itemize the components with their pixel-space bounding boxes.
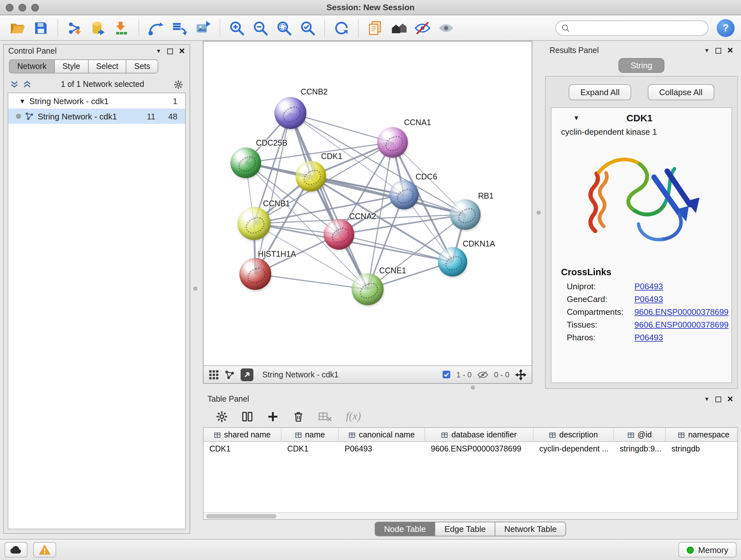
show-all-button[interactable] bbox=[435, 17, 457, 39]
tree-expand-icon[interactable]: ▼ bbox=[19, 98, 25, 105]
panel-collapse-icon[interactable]: ▼ bbox=[704, 48, 710, 53]
table-settings-gear-icon[interactable] bbox=[216, 410, 228, 422]
network-node-RB1[interactable] bbox=[450, 199, 481, 230]
close-window-button[interactable] bbox=[6, 4, 13, 11]
search-input[interactable] bbox=[573, 23, 703, 32]
network-node-CDKN1A[interactable] bbox=[438, 247, 467, 276]
scrollbar-thumb[interactable] bbox=[206, 514, 276, 518]
selected-checkbox-icon[interactable] bbox=[442, 370, 451, 379]
zoom-out-button[interactable] bbox=[250, 17, 271, 39]
table-cell[interactable]: stringdb bbox=[666, 444, 737, 453]
crosslink-value-link[interactable]: 9606.ENSP00000378699 bbox=[634, 320, 729, 329]
import-table-button[interactable] bbox=[111, 17, 133, 39]
add-column-icon[interactable] bbox=[267, 410, 279, 422]
column-header[interactable]: @id bbox=[614, 428, 666, 442]
minimize-window-button[interactable] bbox=[18, 4, 26, 11]
network-node-CCNE1[interactable] bbox=[352, 273, 384, 305]
help-button[interactable]: ? bbox=[717, 19, 735, 37]
zoom-fit-button[interactable] bbox=[273, 17, 295, 39]
network-node-CDK1[interactable] bbox=[295, 161, 326, 192]
network-node-CDC25B[interactable] bbox=[230, 147, 261, 178]
fit-content-icon[interactable] bbox=[515, 369, 527, 380]
panel-float-icon[interactable] bbox=[716, 48, 721, 53]
network-overview-icon[interactable] bbox=[225, 369, 235, 380]
cloud-status-button[interactable] bbox=[4, 542, 27, 557]
import-network-database-button[interactable] bbox=[87, 17, 109, 39]
crosslink-value-link[interactable]: P06493 bbox=[634, 332, 663, 342]
column-header[interactable]: canonical name bbox=[339, 428, 425, 442]
network-row[interactable]: String Network - cdk1 11 48 bbox=[8, 109, 185, 124]
column-header[interactable]: database identifier bbox=[425, 428, 534, 442]
import-network-file-button[interactable] bbox=[64, 17, 85, 39]
grid-view-icon[interactable] bbox=[209, 369, 219, 380]
tab-style[interactable]: Style bbox=[54, 59, 89, 73]
tab-sets[interactable]: Sets bbox=[126, 59, 158, 73]
zoom-out-icon bbox=[252, 19, 269, 36]
column-header[interactable]: namespace bbox=[666, 428, 737, 442]
crosslink-value-link[interactable]: P06493 bbox=[634, 294, 663, 304]
table-horizontal-scrollbar[interactable] bbox=[204, 512, 737, 519]
network-node-HIST1H1A[interactable] bbox=[239, 258, 271, 290]
column-header[interactable]: shared name bbox=[204, 428, 281, 442]
tab-edge-table[interactable]: Edge Table bbox=[435, 522, 495, 537]
network-collection-row[interactable]: ▼ String Network - cdk1 1 bbox=[8, 93, 185, 109]
collapse-all-icon[interactable] bbox=[10, 80, 18, 88]
show-columns-icon[interactable] bbox=[241, 410, 253, 422]
panel-close-icon[interactable]: ✕ bbox=[727, 395, 733, 403]
table-cell[interactable]: CDK1 bbox=[204, 444, 281, 453]
network-title: String Network - cdk1 bbox=[262, 370, 339, 379]
tab-string[interactable]: String bbox=[618, 58, 664, 73]
save-session-button[interactable] bbox=[30, 17, 52, 39]
crosslink-value-link[interactable]: P06493 bbox=[634, 281, 663, 291]
export-image-button[interactable] bbox=[192, 17, 214, 39]
panel-collapse-icon[interactable]: ▼ bbox=[704, 396, 710, 402]
apply-layout-button[interactable] bbox=[331, 17, 352, 39]
network-node-CDC6[interactable] bbox=[389, 180, 419, 209]
control-panel-splitter-handle[interactable] bbox=[193, 287, 197, 291]
tab-select[interactable]: Select bbox=[88, 59, 127, 73]
copy-document-button[interactable] bbox=[364, 17, 386, 39]
expand-all-icon[interactable] bbox=[23, 80, 31, 88]
vertical-splitter-handle[interactable] bbox=[537, 211, 541, 214]
panel-collapse-icon[interactable]: ▼ bbox=[156, 48, 161, 54]
maximize-window-button[interactable] bbox=[31, 4, 39, 11]
zoom-selected-button[interactable] bbox=[297, 17, 319, 39]
network-from-table-button[interactable] bbox=[169, 17, 190, 39]
table-cell[interactable]: cyclin-dependent ... bbox=[534, 444, 614, 453]
warnings-button[interactable] bbox=[33, 542, 56, 557]
tab-node-table[interactable]: Node Table bbox=[374, 522, 435, 537]
panel-float-icon[interactable] bbox=[167, 48, 173, 54]
network-node-CCNB1[interactable] bbox=[238, 207, 271, 240]
show-navigator-button[interactable] bbox=[388, 17, 410, 39]
panel-float-icon[interactable] bbox=[716, 396, 721, 402]
network-canvas[interactable]: CCNB2CCNA1CDC25BCDK1CDC6RB1CCNB1CCNA2CDK… bbox=[204, 42, 532, 365]
memory-button[interactable]: Memory bbox=[678, 542, 737, 557]
tab-network-table[interactable]: Network Table bbox=[495, 522, 566, 537]
network-node-CCNA2[interactable] bbox=[324, 219, 354, 250]
network-node-CCNB2[interactable] bbox=[274, 97, 307, 129]
panel-close-icon[interactable]: ✕ bbox=[179, 47, 185, 55]
table-cell[interactable]: CDK1 bbox=[281, 444, 339, 453]
gear-icon[interactable] bbox=[174, 79, 183, 89]
hide-selected-button[interactable] bbox=[412, 17, 433, 39]
table-cell[interactable]: stringdb:9... bbox=[614, 444, 666, 453]
column-header[interactable]: description bbox=[534, 428, 614, 442]
collapse-all-button[interactable]: Collapse All bbox=[648, 84, 714, 100]
network-node-CCNA1[interactable] bbox=[377, 127, 408, 158]
expand-all-button[interactable]: Expand All bbox=[569, 84, 631, 100]
table-cell[interactable]: 9606.ENSP00000378699 bbox=[425, 444, 534, 453]
clone-network-button[interactable] bbox=[145, 17, 166, 39]
gene-card-header[interactable]: ▼ CDK1 bbox=[551, 108, 731, 125]
tab-network[interactable]: Network bbox=[9, 59, 55, 73]
horizontal-splitter-handle[interactable] bbox=[471, 386, 475, 389]
crosslink-value-link[interactable]: 9606.ENSP00000378699 bbox=[634, 307, 729, 316]
gene-collapse-icon[interactable]: ▼ bbox=[573, 114, 580, 121]
panel-close-icon[interactable]: ✕ bbox=[727, 47, 733, 54]
table-cell[interactable]: P06493 bbox=[339, 444, 425, 453]
zoom-in-button[interactable] bbox=[226, 17, 248, 39]
column-header[interactable]: name bbox=[281, 428, 339, 442]
open-in-new-button[interactable] bbox=[241, 368, 253, 381]
delete-column-trash-icon[interactable] bbox=[292, 410, 305, 422]
open-session-button[interactable] bbox=[6, 17, 28, 39]
table-row[interactable]: CDK1CDK1P064939606.ENSP00000378699cyclin… bbox=[204, 442, 737, 455]
